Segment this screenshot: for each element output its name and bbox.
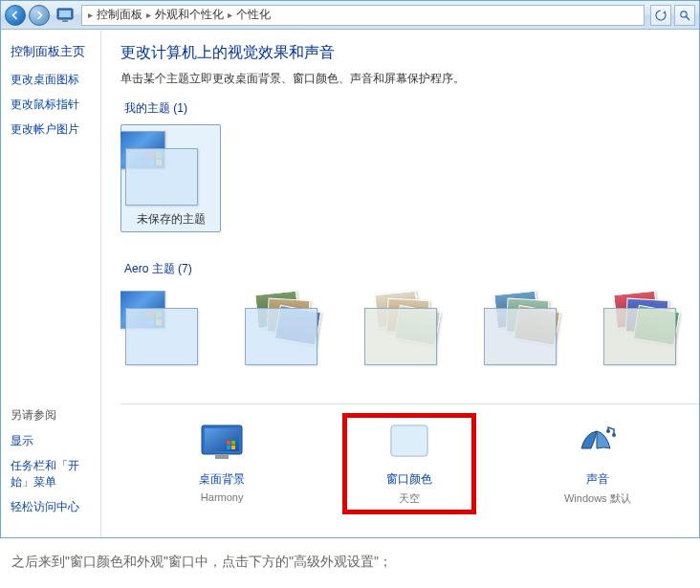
svg-rect-13 xyxy=(391,425,427,456)
sidebar-link-ease[interactable]: 轻松访问中心 xyxy=(11,499,91,515)
desktop-background-icon xyxy=(198,422,246,462)
sidebar-home[interactable]: 控制面板主页 xyxy=(11,43,91,60)
sound-icon xyxy=(574,422,622,462)
svg-rect-7 xyxy=(227,441,230,445)
breadcrumb-item[interactable]: 外观和个性化 xyxy=(153,7,226,23)
breadcrumb-item[interactable]: 控制面板 xyxy=(95,7,144,23)
window-color-icon xyxy=(385,422,433,462)
setting-title: 窗口颜色 xyxy=(351,471,468,488)
svg-rect-8 xyxy=(231,441,235,445)
theme-aero-4[interactable] xyxy=(479,285,580,375)
svg-rect-10 xyxy=(231,446,235,449)
breadcrumb-item[interactable]: 个性化 xyxy=(234,7,273,23)
theme-aero-2[interactable] xyxy=(240,285,340,375)
sidebar-see-also-label: 另请参阅 xyxy=(11,407,91,424)
svg-rect-1 xyxy=(59,11,71,17)
theme-aero-1[interactable] xyxy=(120,285,221,375)
setting-sub: 天空 xyxy=(351,491,468,506)
svg-line-4 xyxy=(687,16,689,19)
content: 控制面板主页 更改桌面图标 更改鼠标指针 更改帐户图片 另请参阅 显示 任务栏和… xyxy=(1,30,699,537)
monitor-icon xyxy=(56,7,76,24)
sidebar-link-display[interactable]: 显示 xyxy=(11,433,91,449)
setting-title: 桌面背景 xyxy=(155,471,289,488)
chevron-right-icon: ▸ xyxy=(86,10,95,20)
aero-themes-label: Aero 主题 (7) xyxy=(124,261,699,277)
theme-name: 未保存的主题 xyxy=(125,211,216,228)
my-themes-label: 我的主题 (1) xyxy=(124,100,699,117)
search-button[interactable] xyxy=(674,5,695,26)
sidebar-link-pointer[interactable]: 更改鼠标指针 xyxy=(11,97,91,113)
sidebar-link-icons[interactable]: 更改桌面图标 xyxy=(11,72,91,88)
setting-title: 声音 xyxy=(531,471,665,488)
setting-window-color[interactable]: 窗口颜色 天空 xyxy=(342,413,476,514)
setting-sounds[interactable]: 声音 Windows 默认 xyxy=(531,422,665,514)
bottom-settings: 桌面背景 Harmony 窗口颜色 天空 xyxy=(120,403,699,524)
main-panel: 更改计算机上的视觉效果和声音 单击某个主题立即更改桌面背景、窗口颜色、声音和屏幕… xyxy=(101,30,699,537)
aero-themes-row xyxy=(120,285,699,375)
svg-point-3 xyxy=(681,11,687,16)
my-themes-row: 未保存的主题 xyxy=(120,124,699,232)
tutorial-caption: 之后来到"窗口颜色和外观"窗口中，点击下方的"高级外观设置"； xyxy=(0,538,700,586)
setting-desktop-background[interactable]: 桌面背景 Harmony xyxy=(155,422,289,514)
page-subtitle: 单击某个主题立即更改桌面背景、窗口颜色、声音和屏幕保护程序。 xyxy=(120,71,699,87)
personalization-window: ▸ 控制面板 ▸ 外观和个性化 ▸ 个性化 控制面板主页 更改桌面图标 更改鼠标… xyxy=(0,0,700,538)
page-title: 更改计算机上的视觉效果和声音 xyxy=(120,43,699,63)
breadcrumb[interactable]: ▸ 控制面板 ▸ 外观和个性化 ▸ 个性化 xyxy=(81,5,645,26)
chevron-right-icon: ▸ xyxy=(226,10,234,20)
theme-unsaved[interactable]: 未保存的主题 xyxy=(120,124,221,232)
sidebar-link-account-pic[interactable]: 更改帐户图片 xyxy=(11,121,91,138)
refresh-button[interactable] xyxy=(650,5,671,26)
sidebar-link-taskbar[interactable]: 任务栏和「开始」菜单 xyxy=(11,458,91,490)
svg-rect-11 xyxy=(215,455,229,459)
theme-aero-5[interactable] xyxy=(599,285,699,375)
svg-rect-2 xyxy=(62,20,68,22)
sidebar: 控制面板主页 更改桌面图标 更改鼠标指针 更改帐户图片 另请参阅 显示 任务栏和… xyxy=(1,30,101,537)
setting-sub: Windows 默认 xyxy=(531,491,665,506)
back-button[interactable] xyxy=(5,5,26,26)
svg-rect-9 xyxy=(227,446,230,449)
setting-sub: Harmony xyxy=(155,491,289,503)
theme-aero-3[interactable] xyxy=(360,285,460,375)
toolbar: ▸ 控制面板 ▸ 外观和个性化 ▸ 个性化 xyxy=(1,1,699,30)
chevron-right-icon: ▸ xyxy=(144,10,153,20)
forward-button[interactable] xyxy=(29,5,50,26)
